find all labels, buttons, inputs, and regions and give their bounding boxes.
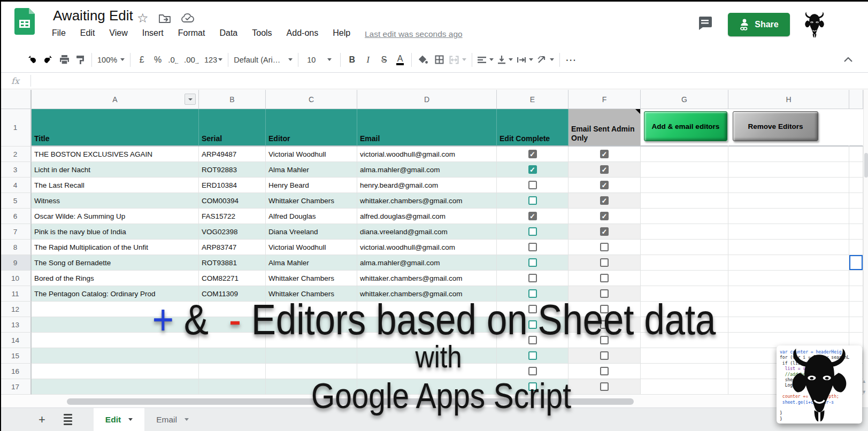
borders-button[interactable]	[431, 51, 447, 68]
cell[interactable]	[569, 209, 641, 224]
edit-complete-checkbox[interactable]	[528, 165, 537, 174]
cell[interactable]: victorial.woodhull@gmail.com	[357, 240, 497, 255]
font-family-select[interactable]: Default (Ari…	[232, 51, 295, 68]
cell[interactable]: Diana Vreeland	[266, 224, 357, 240]
column-header-f[interactable]: F	[569, 90, 641, 109]
row-header-5[interactable]: 5	[0, 193, 32, 209]
cell[interactable]	[849, 162, 863, 178]
cell-d1[interactable]: Email	[357, 109, 497, 147]
cell[interactable]	[849, 286, 863, 302]
text-rotation-button[interactable]	[535, 51, 556, 68]
edit-complete-checkbox[interactable]	[528, 274, 537, 282]
share-button[interactable]: Share	[728, 13, 790, 36]
email-sent-checkbox[interactable]	[600, 181, 609, 189]
cell[interactable]: whittaker.chambers@gmail.com	[357, 271, 497, 286]
cell[interactable]: diana.vreeland@gmail.com	[357, 224, 497, 240]
row-header-4[interactable]: 4	[0, 178, 32, 193]
cell[interactable]	[728, 224, 849, 240]
edit-complete-checkbox[interactable]	[528, 150, 537, 158]
cell[interactable]: victorial.woodhull@gmail.com	[357, 147, 497, 162]
move-to-folder-icon[interactable]	[158, 13, 171, 24]
cell[interactable]	[849, 240, 863, 255]
cell[interactable]: henry.beard@gmail.com	[357, 178, 497, 193]
cell[interactable]	[497, 240, 569, 255]
email-sent-checkbox[interactable]	[600, 274, 609, 282]
row-header-11[interactable]: 11	[0, 286, 32, 302]
edit-complete-checkbox[interactable]	[528, 258, 537, 267]
cell[interactable]	[569, 271, 641, 286]
cell[interactable]: alfred.douglas@gmail.com	[357, 209, 497, 224]
number-format-menu[interactable]: 123	[202, 51, 225, 68]
cell[interactable]: The Last Recall	[32, 178, 199, 193]
menu-edit[interactable]: Edit	[80, 28, 95, 38]
cell[interactable]: VOG02398	[199, 224, 266, 240]
cell[interactable]	[569, 178, 641, 193]
horizontal-align-button[interactable]	[475, 51, 496, 68]
edit-complete-checkbox[interactable]	[528, 227, 537, 236]
cell[interactable]	[641, 224, 728, 240]
add-email-editors-button[interactable]: Add & email editors	[644, 111, 727, 141]
cell[interactable]: The Song of Bernadette	[32, 255, 199, 271]
cell[interactable]	[849, 255, 863, 271]
cell[interactable]	[728, 193, 849, 209]
italic-button[interactable]: I	[360, 51, 376, 68]
cell[interactable]: Whittaker Chambers	[266, 193, 357, 209]
paint-format-button[interactable]	[72, 51, 88, 68]
cell[interactable]	[497, 147, 569, 162]
format-currency-button[interactable]: £	[134, 51, 150, 68]
font-size-select[interactable]: 10	[302, 51, 337, 68]
undo-button[interactable]	[24, 51, 40, 68]
cell[interactable]	[641, 271, 728, 286]
cell[interactable]: THE BOSTON EXCLUSIVES AGAIN	[32, 147, 199, 162]
cloud-saved-icon[interactable]	[181, 13, 195, 24]
vertical-scrollbar[interactable]	[863, 90, 868, 395]
cell[interactable]: Bored of the Rings	[32, 271, 199, 286]
cell[interactable]: Alfred Douglas	[266, 209, 357, 224]
email-sent-checkbox[interactable]	[600, 165, 609, 174]
column-header-c[interactable]: C	[266, 90, 357, 109]
account-avatar[interactable]	[802, 11, 827, 38]
cell[interactable]: Alma Mahler	[266, 162, 357, 178]
cell[interactable]	[728, 162, 849, 178]
cell[interactable]	[569, 162, 641, 178]
cell-a1[interactable]: Title	[32, 109, 199, 147]
edit-complete-checkbox[interactable]	[528, 196, 537, 205]
edit-complete-checkbox[interactable]	[528, 212, 537, 220]
row-header-9[interactable]: 9	[0, 255, 32, 271]
cell[interactable]	[497, 162, 569, 178]
cell[interactable]	[849, 178, 863, 193]
cell[interactable]	[569, 193, 641, 209]
cell[interactable]	[641, 193, 728, 209]
cell[interactable]	[728, 178, 849, 193]
strikethrough-button[interactable]: S	[376, 51, 392, 68]
redo-button[interactable]	[40, 51, 56, 68]
row-header-6[interactable]: 6	[0, 209, 32, 224]
column-header-a[interactable]: A	[32, 90, 199, 109]
scroll-up-arrow-icon[interactable]: ▲	[862, 379, 866, 384]
cell[interactable]	[849, 209, 863, 224]
row-header-7[interactable]: 7	[0, 224, 32, 240]
menu-format[interactable]: Format	[178, 28, 205, 38]
row-header-10[interactable]: 10	[0, 271, 32, 286]
cell[interactable]	[728, 209, 849, 224]
print-button[interactable]	[56, 51, 72, 68]
row-header-3[interactable]: 3	[0, 162, 32, 178]
cell[interactable]	[497, 209, 569, 224]
fill-color-button[interactable]	[415, 51, 431, 68]
cell[interactable]: ARP83747	[199, 240, 266, 255]
column-header-i[interactable]	[849, 90, 863, 109]
email-sent-checkbox[interactable]	[600, 227, 609, 236]
cell[interactable]	[497, 255, 569, 271]
column-header-e[interactable]: E	[497, 90, 569, 109]
cell[interactable]	[569, 255, 641, 271]
row-header-16[interactable]: 16	[0, 364, 32, 379]
cell[interactable]	[728, 240, 849, 255]
cell[interactable]: Whittaker Chambers	[266, 271, 357, 286]
cell[interactable]: Victorial Woodhull	[266, 147, 357, 162]
cell[interactable]: Licht in der Nacht	[32, 162, 199, 178]
column-header-h[interactable]: H	[728, 90, 849, 109]
cell[interactable]: Victorial Woodhull	[266, 240, 357, 255]
row-header-17[interactable]: 17	[0, 379, 32, 395]
edit-complete-checkbox[interactable]	[528, 243, 537, 251]
cell[interactable]: Henry Beard	[266, 178, 357, 193]
